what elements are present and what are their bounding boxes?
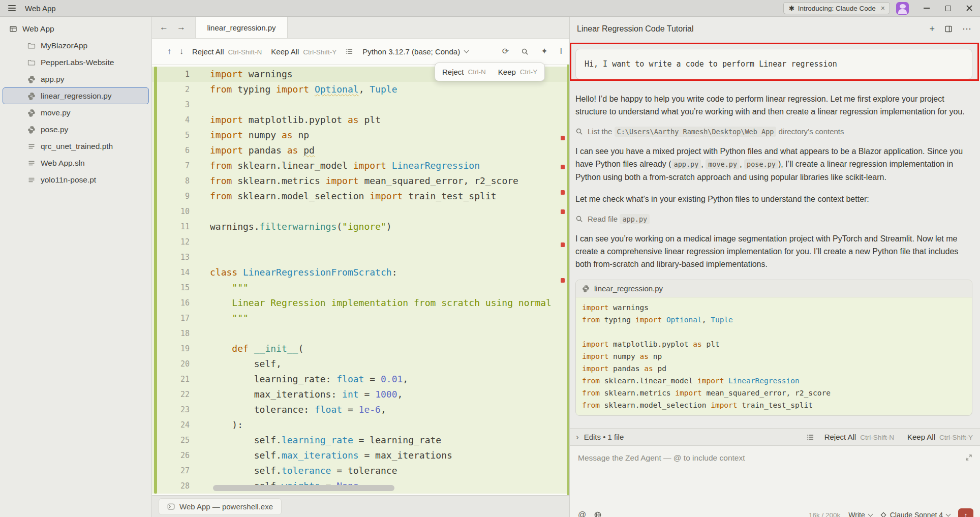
ai-sparkle-icon[interactable]: ✦: [537, 47, 552, 55]
toolbar-right-icons: ⟳ ✦ I: [498, 47, 566, 55]
inline-code: pose.py: [744, 159, 778, 169]
user-message[interactable]: Hi, I want to write a code to perform Li…: [575, 49, 972, 79]
assistant-paragraph: Hello! I’d be happy to help you write co…: [575, 93, 972, 118]
reject-hunk-button[interactable]: Reject: [442, 68, 464, 76]
badge-close-icon[interactable]: ×: [881, 4, 885, 12]
avatar[interactable]: [896, 2, 909, 15]
filelines-icon: [27, 175, 36, 184]
forward-icon[interactable]: →: [177, 22, 186, 33]
code-line: 26 self.max_iterations = max_iterations: [152, 448, 569, 463]
message-composer[interactable]: Message the Zed Agent — @ to include con…: [570, 446, 980, 517]
sidebar-item-pose-py[interactable]: pose.py: [0, 121, 151, 138]
chat-scroll-area[interactable]: Hi, I want to write a code to perform Li…: [570, 41, 980, 428]
code-line: import pandas as pd: [582, 362, 966, 375]
tool-call-list-directory[interactable]: List the C:\Users\Aarthy Ramesh\Desktop\…: [575, 127, 972, 136]
edited-file-name: linear_regression.py: [594, 284, 663, 293]
web-search-icon[interactable]: [594, 511, 602, 517]
inline-code: move.py: [706, 159, 740, 169]
new-thread-icon[interactable]: +: [929, 24, 935, 34]
token-usage: 16k / 200k: [809, 511, 840, 517]
code-line: 16 Linear Regression implementation from…: [152, 295, 569, 311]
expand-composer-icon[interactable]: [965, 454, 972, 461]
edits-summary[interactable]: Edits • 1 file: [584, 433, 624, 441]
file-name: yolo11n-pose.pt: [41, 175, 96, 185]
line-number: 4: [152, 112, 190, 128]
main-layout: Web App MyBlazorAppPepperLabs-Websiteapp…: [0, 17, 980, 517]
code-line: 19 def __init__(: [152, 341, 569, 356]
diff-list-icon[interactable]: [341, 47, 357, 55]
back-icon[interactable]: ←: [160, 22, 168, 33]
keep-hunk-button[interactable]: Keep: [498, 68, 516, 76]
next-hunk-icon[interactable]: ↓: [175, 47, 188, 55]
code-line: 13: [152, 250, 569, 265]
code-line: import warnings: [582, 301, 966, 314]
sidebar-item-app-py[interactable]: app.py: [0, 71, 151, 87]
sidebar-item-myblazorapp[interactable]: MyBlazorApp: [0, 37, 151, 54]
reject-all-button[interactable]: Reject All Ctrl-Shift-N: [192, 47, 262, 56]
line-number: 6: [152, 143, 190, 158]
project-root[interactable]: Web App: [0, 21, 151, 37]
file-name: pose.py: [41, 125, 68, 134]
line-number: 10: [152, 204, 190, 219]
file-name: move.py: [41, 108, 71, 117]
tool-call-read-file[interactable]: Read file app.py: [575, 215, 972, 223]
sidebar-item-web-app-sln[interactable]: Web App.sln: [0, 155, 151, 171]
line-number: 28: [152, 478, 190, 494]
code-line: 12: [152, 234, 569, 250]
claude-code-badge[interactable]: ✱ Introducing: Claude Code ×: [783, 2, 890, 14]
cursor-mode-icon[interactable]: I: [556, 47, 566, 55]
interpreter-label: Python 3.12.7 (base; Conda): [362, 47, 460, 56]
line-number: 21: [152, 372, 190, 387]
code-editor[interactable]: 1import warnings2from typing import Opti…: [152, 65, 569, 495]
mention-icon[interactable]: @: [578, 511, 586, 517]
sidebar-item-yolo11n-pose-pt[interactable]: yolo11n-pose.pt: [0, 171, 151, 188]
code-line: 6import pandas as pd: [152, 143, 569, 158]
assistant-paragraph: I can see you’re working on a medical im…: [575, 232, 972, 270]
app-menu-icon[interactable]: [8, 5, 16, 11]
reject-all-button[interactable]: Reject All: [824, 433, 856, 441]
scrollbar-deleted-mark: [561, 165, 565, 169]
code-line: 23 tolerance: float = 1e-6,: [152, 402, 569, 417]
edited-file-card[interactable]: linear_regression.py import warningsfrom…: [575, 280, 972, 416]
close-button[interactable]: [959, 0, 980, 16]
folder-icon: [27, 41, 36, 50]
sidebar-item-move-py[interactable]: move.py: [0, 104, 151, 121]
expand-edits-icon[interactable]: ›: [576, 433, 579, 441]
review-list-icon[interactable]: [806, 433, 814, 441]
sidebar-item-pepperlabs-website[interactable]: PepperLabs-Website: [0, 54, 151, 71]
thread-title[interactable]: Linear Regression Code Tutorial: [577, 24, 693, 34]
sidebar-item-linear-regression-py[interactable]: linear_regression.py: [3, 87, 149, 104]
minimize-button[interactable]: [916, 0, 937, 16]
send-button[interactable]: ↑: [958, 508, 973, 517]
maximize-button[interactable]: [937, 0, 959, 16]
user-message-text: Hi, I want to write a code to perform Li…: [585, 59, 837, 69]
keep-all-button[interactable]: Keep All Ctrl-Shift-Y: [271, 47, 336, 56]
mode-select[interactable]: Write: [848, 511, 872, 517]
python-icon: [582, 285, 590, 292]
file-name: linear_regression.py: [41, 92, 112, 101]
edited-file-header[interactable]: linear_regression.py: [576, 280, 972, 297]
history-icon[interactable]: ⟳: [498, 47, 513, 55]
keep-all-button[interactable]: Keep All: [907, 433, 935, 441]
line-number: 24: [152, 417, 190, 433]
line-number: 5: [152, 128, 190, 143]
more-options-icon[interactable]: ⋯: [962, 24, 971, 34]
assistant-paragraph: I can see you have a mixed project with …: [575, 145, 972, 184]
line-number: 12: [152, 234, 190, 250]
search-icon[interactable]: [517, 48, 533, 55]
code-line: from typing import Optional, Tuple: [582, 314, 966, 326]
model-select[interactable]: Claude Sonnet 4: [880, 511, 950, 517]
line-number: 18: [152, 326, 190, 341]
titlebar-project-name[interactable]: Web App: [25, 4, 56, 13]
diff-added-gutter-bar: [154, 67, 157, 494]
inline-code: C:\Users\Aarthy Ramesh\Desktop\Web App: [615, 127, 777, 137]
prev-hunk-icon[interactable]: ↑: [163, 47, 175, 55]
python-icon: [27, 108, 36, 117]
horizontal-scrollbar[interactable]: [213, 485, 394, 491]
terminal-tab[interactable]: Web App — powershell.exe: [159, 498, 282, 515]
split-panel-icon[interactable]: [944, 25, 953, 33]
sidebar-item-qrc-unet-trained-pth[interactable]: qrc_unet_trained.pth: [0, 138, 151, 155]
tab-linear-regression[interactable]: linear_regression.py: [195, 17, 288, 38]
interpreter-select[interactable]: Python 3.12.7 (base; Conda): [362, 47, 468, 56]
code-line: [582, 326, 966, 338]
